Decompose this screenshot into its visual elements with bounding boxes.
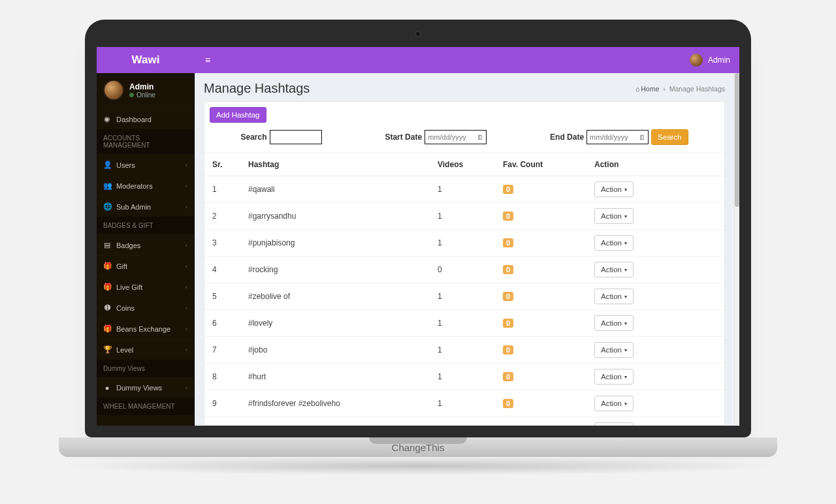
scrollbar[interactable] <box>734 73 739 426</box>
cell-action: Action ▾ <box>587 310 724 337</box>
chevron-down-icon: ▾ <box>624 374 627 380</box>
cell-sr: 2 <box>204 203 240 230</box>
filter-row: Search Start Date mm/dd/yyyy 🗓 <box>204 125 724 153</box>
shadow <box>59 457 777 475</box>
sidebar-item-icon: 👤 <box>103 161 111 169</box>
chevron-down-icon: ▾ <box>624 401 627 407</box>
sidebar-item-label: Beans Exchange <box>116 325 170 333</box>
cell-action: Action ▾ <box>587 390 724 417</box>
sidebar-item-label: Sub Admin <box>116 203 151 211</box>
sidebar-item-coins[interactable]: ➊Coins‹ <box>97 297 194 318</box>
cell-action: Action ▾ <box>587 337 724 364</box>
sidebar-user: Admin Online <box>97 73 194 108</box>
action-dropdown[interactable]: Action ▾ <box>594 396 634 411</box>
sidebar-item-label: Gift <box>116 262 127 270</box>
chevron-down-icon: ▾ <box>624 187 627 193</box>
action-dropdown[interactable]: Action ▾ <box>594 289 634 304</box>
chevron-left-icon: ‹ <box>185 162 187 168</box>
cell-videos: 1 <box>430 337 495 364</box>
sidebar-item-dummy-views[interactable]: ●Dummy Views‹ <box>97 377 194 398</box>
action-dropdown[interactable]: Action ▾ <box>594 208 634 224</box>
fav-badge: 0 <box>503 372 513 381</box>
cell-fav: 0 <box>495 283 587 310</box>
cell-action: Action ▾ <box>587 283 724 310</box>
panel: Add Hashtag Search Start Date <box>204 101 725 426</box>
search-button[interactable]: Search <box>651 129 688 145</box>
chevron-left-icon: ‹ <box>185 347 187 353</box>
sidebar-item-icon: ▤ <box>103 241 111 249</box>
sidebar-item-sub-admin[interactable]: 🌐Sub Admin‹ <box>97 196 194 217</box>
sidebar-item-icon: 👥 <box>103 181 111 190</box>
chevron-left-icon: ‹ <box>185 263 187 270</box>
action-dropdown[interactable]: Action ▾ <box>594 342 634 358</box>
search-input[interactable] <box>270 130 322 144</box>
add-hashtag-button[interactable]: Add Hashtag <box>210 107 266 123</box>
sidebar-section-header: WHEEL MANAGEMENT <box>97 398 194 415</box>
fav-badge: 0 <box>503 399 513 408</box>
sidebar-item-live-gift[interactable]: 🎁Live Gift‹ <box>97 276 194 297</box>
sidebar-item-beans-exchange[interactable]: 🎁Beans Exchange‹ <box>97 318 194 339</box>
panel-toolbar: Add Hashtag <box>204 102 724 125</box>
cell-fav: 0 <box>495 257 587 283</box>
chevron-left-icon: ‹ <box>185 385 187 391</box>
sidebar-item-gift[interactable]: 🎁Gift‹ <box>97 255 194 276</box>
cell-sr: 3 <box>204 230 240 257</box>
sidebar-user-name: Admin <box>129 82 155 91</box>
chevron-down-icon: ▾ <box>624 294 627 300</box>
sidebar-item-moderators[interactable]: 👥Moderators‹ <box>97 175 194 196</box>
col-hashtag: Hashtag <box>240 153 430 176</box>
fav-badge: 0 <box>503 265 513 274</box>
cell-action: Action ▾ <box>587 176 724 203</box>
action-dropdown[interactable]: Action ▾ <box>594 369 634 385</box>
fav-badge: 0 <box>503 212 513 221</box>
breadcrumb-home[interactable]: Home <box>635 85 659 93</box>
start-date-input[interactable]: mm/dd/yyyy 🗓 <box>425 130 487 144</box>
cell-fav: 0 <box>495 203 587 230</box>
table-row: 9#frindsforever #zeboliveho10Action ▾ <box>204 390 724 417</box>
laptop-camera <box>415 31 421 37</box>
cell-hashtag: #rocking <box>240 257 430 283</box>
breadcrumb-current: Manage Hashtags <box>669 85 725 93</box>
chevron-left-icon: ‹ <box>185 326 187 332</box>
sidebar-item-icon: ● <box>103 384 111 392</box>
sidebar-item-label: Moderators <box>116 182 153 190</box>
table-row: 5#zebolive of10Action ▾ <box>204 283 724 310</box>
cell-videos: 1 <box>430 176 495 203</box>
cell-hashtag: #frindsforever #zeboliveho <box>240 390 430 417</box>
scrollbar-thumb[interactable] <box>735 73 739 207</box>
cell-hashtag: #telant <box>240 417 430 426</box>
end-date-input[interactable]: mm/dd/yyyy 🗓 <box>587 130 649 144</box>
chevron-left-icon: ‹ <box>185 204 187 210</box>
action-dropdown[interactable]: Action ▾ <box>594 235 634 251</box>
sidebar-section-header: BADGES & GIFT <box>97 217 194 234</box>
chevron-down-icon: ▾ <box>624 347 627 353</box>
action-dropdown[interactable]: Action ▾ <box>594 422 634 426</box>
chevron-down-icon: ▾ <box>624 213 627 219</box>
laptop-screen: Wawi ≡ Admin Admin <box>97 47 739 426</box>
page-title: Manage Hashtags <box>204 81 310 96</box>
filter-end-date: End Date mm/dd/yyyy 🗓 Search <box>550 129 688 145</box>
table-row: 3#punjabisong10Action ▾ <box>204 230 724 257</box>
brand-logo[interactable]: Wawi <box>97 54 195 67</box>
sidebar-item-level[interactable]: 🏆Level‹ <box>97 339 194 360</box>
sidebar-item-label: Coins <box>116 304 135 312</box>
cell-fav: 0 <box>495 364 587 390</box>
sidebar-item-icon: 🏆 <box>103 345 111 354</box>
hamburger-icon[interactable]: ≡ <box>195 55 221 65</box>
action-dropdown[interactable]: Action ▾ <box>594 181 634 197</box>
chevron-right-icon: › <box>663 85 666 93</box>
chevron-left-icon: ‹ <box>185 284 187 291</box>
sidebar-item-users[interactable]: 👤Users‹ <box>97 154 194 175</box>
sidebar-item-dashboard[interactable]: ◉ Dashboard <box>97 108 194 129</box>
cell-videos: 1 <box>430 390 495 417</box>
topbar-user[interactable]: Admin <box>690 54 739 67</box>
sidebar-item-icon: ➊ <box>103 304 111 312</box>
cell-videos: 1 <box>430 230 495 257</box>
action-dropdown[interactable]: Action ▾ <box>594 315 634 331</box>
chevron-left-icon: ‹ <box>185 305 187 311</box>
avatar-icon <box>690 54 703 67</box>
action-dropdown[interactable]: Action ▾ <box>594 262 634 277</box>
sidebar-item-badges[interactable]: ▤Badges‹ <box>97 234 194 255</box>
sidebar-item-icon: 🎁 <box>103 262 111 270</box>
sidebar-item-icon: 🎁 <box>103 283 111 291</box>
